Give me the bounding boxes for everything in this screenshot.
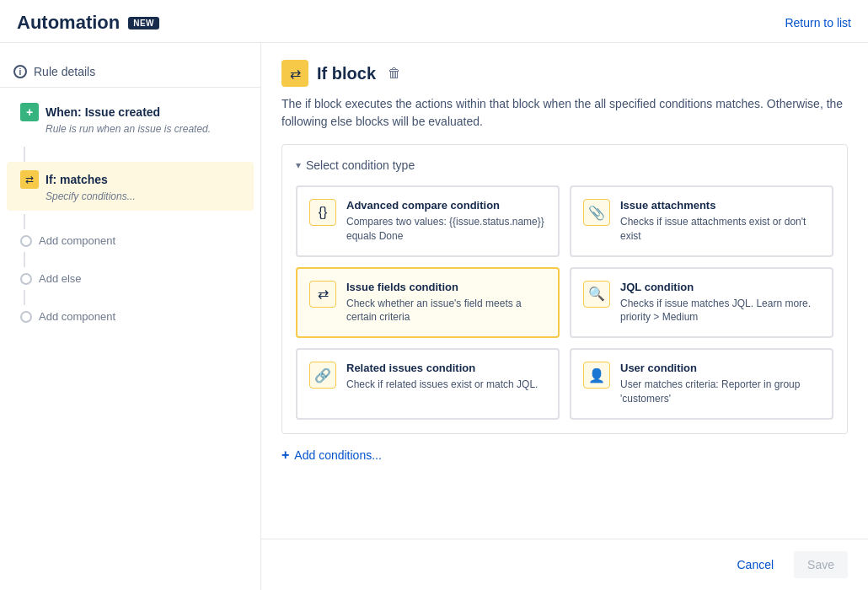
issue-attachments-icon: 📎 (583, 199, 610, 226)
cancel-button[interactable]: Cancel (725, 551, 785, 578)
add-component-label-1: Add component (39, 234, 115, 247)
main-layout: i Rule details + When: Issue created Rul… (0, 43, 868, 590)
condition-type-label: Select condition type (306, 158, 415, 172)
add-component-1[interactable]: Add component (7, 229, 254, 252)
issue-attachments-title: Issue attachments (620, 199, 820, 212)
header: Automation NEW Return to list (0, 0, 868, 43)
save-button[interactable]: Save (794, 551, 848, 578)
connector-2 (0, 214, 260, 229)
user-condition-content: User condition User matches criteria: Re… (620, 362, 820, 406)
content-description: The if block executes the actions within… (281, 95, 848, 131)
condition-card-jql[interactable]: 🔍 JQL condition Checks if issue matches … (570, 267, 833, 339)
condition-card-advanced-compare[interactable]: {} Advanced compare condition Compares t… (296, 185, 560, 257)
if-block-icon: ⇄ (281, 60, 308, 87)
return-to-list-link[interactable]: Return to list (785, 16, 851, 30)
condition-grid: {} Advanced compare condition Compares t… (296, 185, 833, 420)
delete-icon[interactable]: 🗑 (388, 66, 401, 81)
related-issues-desc: Check if related issues exist or match J… (346, 378, 538, 392)
sidebar-item-when-issue-created[interactable]: + When: Issue created Rule is run when a… (7, 94, 254, 143)
info-icon: i (13, 65, 27, 78)
issue-fields-title: Issue fields condition (346, 281, 546, 293)
jql-title: JQL condition (620, 281, 820, 293)
connector-line-1 (24, 147, 25, 162)
add-else-label: Add else (39, 272, 82, 285)
add-component-circle-2 (20, 311, 32, 323)
sidebar: i Rule details + When: Issue created Rul… (0, 43, 261, 590)
add-component-label-2: Add component (39, 310, 115, 323)
if-matches-subtitle: Specify conditions... (46, 190, 240, 202)
condition-type-header[interactable]: ▾ Select condition type (296, 158, 833, 172)
issue-fields-content: Issue fields condition Check whether an … (346, 281, 546, 325)
advanced-compare-icon: {} (309, 199, 336, 226)
connector-line-3 (24, 252, 25, 267)
content-title: If block (317, 64, 376, 83)
switch-icon-yellow: ⇄ (20, 170, 39, 189)
add-component-circle-1 (20, 235, 32, 247)
condition-card-related-issues[interactable]: 🔗 Related issues condition Check if rela… (296, 348, 560, 420)
issue-attachments-desc: Checks if issue attachments exist or don… (620, 215, 820, 244)
related-issues-title: Related issues condition (346, 362, 538, 374)
connector-4 (0, 290, 260, 305)
related-issues-icon: 🔗 (309, 362, 336, 389)
when-issue-created-title: When: Issue created (46, 105, 160, 119)
condition-card-user[interactable]: 👤 User condition User matches criteria: … (570, 348, 833, 420)
advanced-compare-desc: Compares two values: {{issue.status.name… (346, 215, 546, 244)
add-else[interactable]: Add else (7, 267, 254, 290)
connector-line-4 (24, 290, 25, 305)
rule-details-item[interactable]: i Rule details (0, 56, 260, 88)
add-component-2[interactable]: Add component (7, 305, 254, 328)
connector-3 (0, 252, 260, 267)
when-issue-created-header: + When: Issue created (20, 103, 240, 121)
sidebar-item-if-matches[interactable]: ⇄ If: matches Specify conditions... (7, 162, 254, 211)
if-matches-header: ⇄ If: matches (20, 170, 240, 189)
plus-icon-green: + (20, 103, 39, 121)
add-conditions-row[interactable]: + Add conditions... (281, 448, 848, 463)
user-condition-icon: 👤 (583, 362, 610, 389)
plus-icon: + (281, 448, 289, 463)
footer: Cancel Save (261, 539, 868, 590)
related-issues-content: Related issues condition Check if relate… (346, 362, 538, 392)
if-matches-title: If: matches (46, 173, 108, 186)
issue-attachments-content: Issue attachments Checks if issue attach… (620, 199, 820, 244)
jql-content: JQL condition Checks if issue matches JQ… (620, 281, 820, 325)
issue-fields-icon: ⇄ (309, 281, 336, 308)
jql-icon: 🔍 (583, 281, 610, 308)
add-conditions-label: Add conditions... (294, 448, 382, 462)
content-header: ⇄ If block 🗑 (281, 60, 848, 87)
connector-line-2 (24, 214, 25, 229)
app-title: Automation (17, 12, 120, 34)
condition-card-issue-fields[interactable]: ⇄ Issue fields condition Check whether a… (296, 267, 560, 339)
connector-1 (0, 147, 260, 162)
condition-panel: ▾ Select condition type {} Advanced comp… (281, 144, 848, 434)
header-left: Automation NEW (17, 12, 159, 34)
user-condition-title: User condition (620, 362, 820, 374)
jql-desc: Checks if issue matches JQL. Learn more.… (620, 297, 820, 325)
issue-fields-desc: Check whether an issue's field meets a c… (346, 297, 546, 325)
user-condition-desc: User matches criteria: Reporter in group… (620, 378, 820, 406)
add-else-circle (20, 273, 32, 285)
new-badge: NEW (128, 17, 159, 30)
advanced-compare-title: Advanced compare condition (346, 199, 546, 212)
advanced-compare-content: Advanced compare condition Compares two … (346, 199, 546, 244)
rule-details-label: Rule details (34, 65, 95, 78)
chevron-down-icon: ▾ (296, 159, 301, 171)
content-wrapper: ⇄ If block 🗑 The if block executes the a… (261, 43, 868, 590)
content-area: ⇄ If block 🗑 The if block executes the a… (261, 43, 868, 539)
condition-card-issue-attachments[interactable]: 📎 Issue attachments Checks if issue atta… (570, 185, 833, 257)
when-issue-created-subtitle: Rule is run when an issue is created. (46, 123, 240, 135)
